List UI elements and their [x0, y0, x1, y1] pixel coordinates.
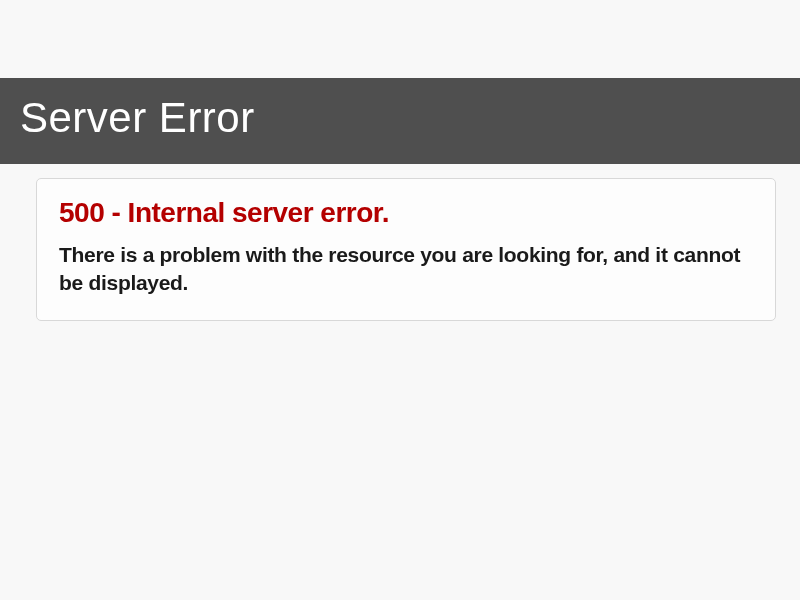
- banner-title: Server Error: [20, 94, 255, 141]
- error-box: 500 - Internal server error. There is a …: [36, 178, 776, 321]
- error-message: There is a problem with the resource you…: [59, 241, 753, 298]
- error-page: Server Error 500 - Internal server error…: [0, 0, 800, 600]
- error-banner: Server Error: [0, 78, 800, 164]
- error-title: 500 - Internal server error.: [59, 197, 753, 229]
- content-wrap: 500 - Internal server error. There is a …: [0, 164, 800, 321]
